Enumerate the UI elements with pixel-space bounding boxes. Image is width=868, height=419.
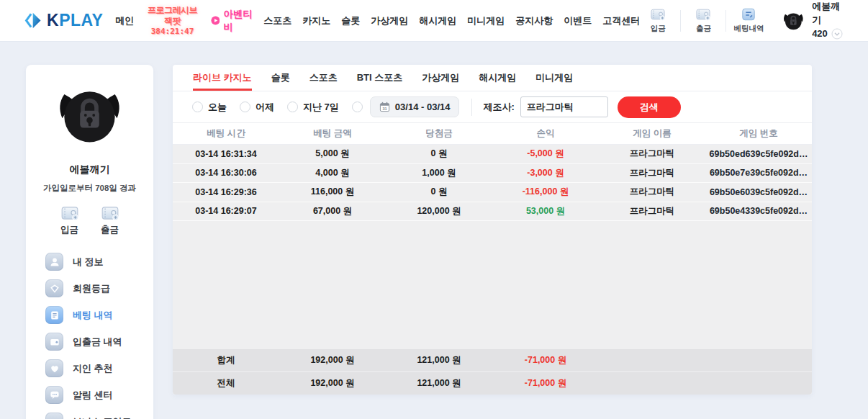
win-amount-cell: 1,000 원: [386, 163, 492, 183]
tab-bti-sports[interactable]: BTI 스포츠: [357, 65, 403, 91]
user-meta: 에볼깨기 420: [812, 0, 848, 41]
tab-slots[interactable]: 슬롯: [271, 65, 290, 91]
profile-sidebar: 에볼깨기 가입일로부터 708일 경과 입금 출금 내 정보 회원등급 베팅 내…: [26, 65, 153, 419]
sidebar-item-bonus-points[interactable]: 보너스 포인트: [26, 408, 153, 419]
deposit-wallet-icon: [650, 7, 666, 22]
total-label: 전체: [173, 371, 279, 395]
sidebar-item-my-info[interactable]: 내 정보: [26, 248, 153, 275]
menu-item-main[interactable]: 메인: [115, 14, 134, 27]
game-number-cell: 69b50e4339c5fe092d…: [705, 202, 812, 221]
filter-last-7-days[interactable]: 지난 7일: [287, 101, 339, 114]
divider: [680, 10, 681, 32]
sidebar-wallet-actions: 입금 출금: [26, 204, 153, 236]
menu-item-virtual-games[interactable]: 가상게임: [371, 14, 408, 27]
sidebar-item-label: 내 정보: [73, 256, 104, 269]
filter-yesterday[interactable]: 어제: [240, 101, 274, 114]
tab-mini-games[interactable]: 미니게임: [535, 65, 573, 91]
withdraw-wallet-icon: [101, 204, 119, 222]
sidebar-item-transaction-history[interactable]: 입출금 내역: [26, 328, 153, 355]
menu-item-notice[interactable]: 공지사항: [515, 14, 553, 27]
search-button[interactable]: 검색: [618, 96, 681, 118]
radio-today[interactable]: [192, 102, 203, 112]
menu-item-casino[interactable]: 카지노: [302, 14, 330, 27]
bet-time-cell: 03-14 16:31:34: [173, 145, 279, 164]
game-number-cell: 69b50ed639c5fe092d…: [705, 145, 812, 164]
menu-item-slots[interactable]: 슬롯: [341, 14, 360, 27]
bet-time-cell: 03-14 16:30:06: [173, 163, 279, 183]
kplay-logo-icon: [24, 11, 42, 30]
radio-custom-range[interactable]: [352, 102, 363, 112]
table-row: 03-14 16:29:36 116,000 원 0 원 -116,000 원 …: [173, 183, 812, 202]
tab-virtual-games[interactable]: 가상게임: [422, 65, 459, 91]
calendar-icon: [379, 102, 390, 112]
filter-today[interactable]: 오늘: [192, 101, 227, 114]
bet-time-cell: 03-14 16:29:07: [173, 202, 279, 221]
profit-cell: -3,000 원: [492, 163, 599, 183]
total-row: 전체 192,000 원 121,000 원 -71,000 원: [173, 371, 812, 395]
user-menu[interactable]: 에볼깨기 420: [782, 0, 848, 41]
play-icon: [211, 14, 220, 27]
table-header-row: 베팅 시간 베팅 금액 당첨금 손익 게임 이름 게임 번호: [173, 123, 812, 144]
betting-history-icon: [741, 7, 756, 22]
deposit-quick-button[interactable]: 입금: [640, 7, 676, 34]
sidebar-deposit-button[interactable]: 입금: [60, 204, 79, 236]
betting-history-quick-button[interactable]: 베팅내역: [731, 7, 767, 34]
win-amount-cell: 0 원: [386, 183, 492, 202]
menu-item-events[interactable]: 이벤트: [564, 14, 592, 27]
kplay-logo[interactable]: KPLAY: [24, 11, 103, 30]
chat-bubble-icon: [45, 386, 63, 404]
radio-yesterday[interactable]: [240, 102, 250, 112]
sidebar-withdraw-button[interactable]: 출금: [101, 204, 119, 236]
header-win-amount: 당첨금: [386, 123, 492, 144]
menu-item-customer-center[interactable]: 고객센터: [602, 14, 640, 27]
date-range-value: 03/14 - 03/14: [395, 102, 451, 112]
divider: [471, 99, 472, 116]
menu-item-progressive-jackpot[interactable]: 프로그레시브 잭팟 384:21:47: [145, 5, 199, 37]
withdraw-quick-button[interactable]: 출금: [685, 7, 721, 34]
bet-amount-cell: 116,000 원: [279, 183, 386, 202]
tab-sports[interactable]: 스포츠: [309, 65, 338, 91]
bet-amount-cell: 5,000 원: [279, 145, 386, 164]
user-name: 에볼깨기: [812, 0, 848, 27]
profile-avatar: [55, 81, 124, 149]
menu-item-sports[interactable]: 스포츠: [263, 14, 291, 27]
betting-history-panel: 라이브 카지노 슬롯 스포츠 BTI 스포츠 가상게임 해시게임 미니게임 오늘…: [173, 65, 812, 395]
sidebar-item-betting-history[interactable]: 베팅 내역: [26, 302, 153, 328]
withdraw-wallet-icon: [695, 7, 711, 22]
menu-item-mini-games[interactable]: 미니게임: [467, 14, 505, 27]
tab-hash-games[interactable]: 해시게임: [479, 65, 516, 91]
user-points: 420: [812, 27, 848, 41]
win-amount-cell: 0 원: [386, 145, 492, 164]
menu-item-aventibi[interactable]: 아벤티비: [211, 8, 253, 34]
navbar-right: 입금 출금 베팅내역 에볼깨기 420: [640, 0, 848, 41]
total-win: 121,000 원: [386, 371, 492, 395]
filter-custom-range[interactable]: [352, 102, 363, 112]
radio-last-7-days[interactable]: [287, 102, 298, 112]
table-row: 03-14 16:30:06 4,000 원 1,000 원 -3,000 원 …: [173, 163, 812, 183]
tab-live-casino[interactable]: 라이브 카지노: [193, 65, 252, 91]
sidebar-item-label: 알림 센터: [73, 389, 113, 402]
profit-cell: -5,000 원: [492, 145, 599, 164]
divider: [725, 10, 726, 32]
bet-amount-cell: 67,000 원: [279, 202, 386, 221]
game-number-cell: 69b50e7e39c5fe092d…: [705, 163, 812, 183]
sidebar-withdraw-label: 출금: [101, 224, 119, 236]
header-game-name: 게임 이름: [599, 123, 705, 144]
jackpot-timer: 384:21:47: [145, 27, 199, 37]
chevron-down-icon[interactable]: [831, 28, 843, 40]
sidebar-item-referral[interactable]: 지인 추천: [26, 355, 153, 382]
bet-time-cell: 03-14 16:29:36: [173, 183, 279, 202]
total-profit: -71,000 원: [492, 371, 599, 395]
date-range-button[interactable]: 03/14 - 03/14: [370, 96, 460, 117]
subtotal-row: 합계 192,000 원 121,000 원 -71,000 원: [173, 349, 812, 372]
sidebar-item-label: 입출금 내역: [73, 335, 122, 348]
radio-yesterday-label: 어제: [256, 101, 274, 114]
betting-table-body: 03-14 16:31:34 5,000 원 0 원 -5,000 원 프라그마…: [173, 145, 812, 349]
sidebar-item-notification-center[interactable]: 알림 센터: [26, 382, 153, 408]
sidebar-item-label: 지인 추천: [73, 362, 113, 375]
maker-input[interactable]: [520, 96, 608, 117]
menu-item-hash-games[interactable]: 해시게임: [419, 14, 456, 27]
jackpot-label: 프로그레시브 잭팟: [145, 5, 199, 27]
withdraw-quick-label: 출금: [696, 24, 711, 34]
sidebar-item-member-level[interactable]: 회원등급: [26, 275, 153, 302]
